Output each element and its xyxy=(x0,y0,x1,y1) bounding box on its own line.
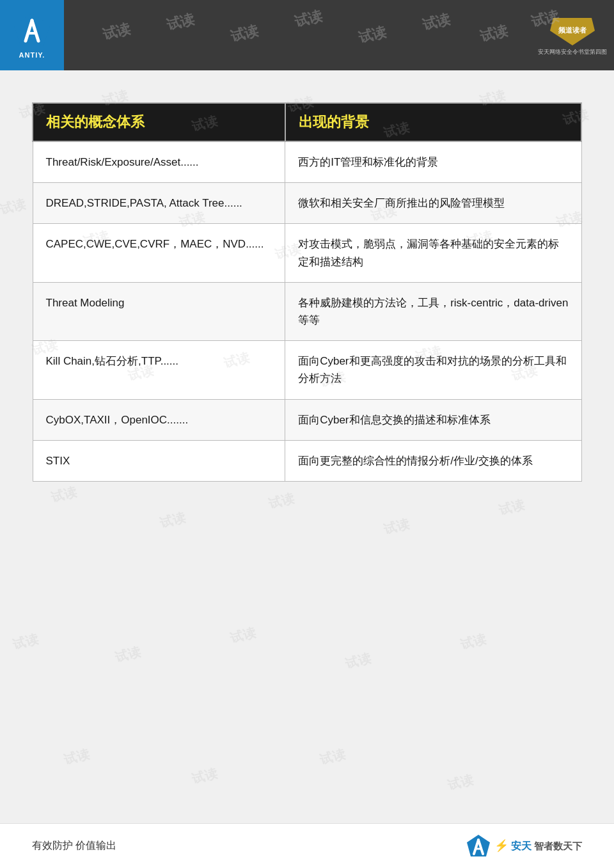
footer-logo-subtext: 智者数天下 xyxy=(534,840,582,853)
table-row: Kill Chain,钻石分析,TTP......面向Cyber和更高强度的攻击… xyxy=(33,341,581,399)
table-cell-left: DREAD,STRIDE,PASTA, Attack Tree...... xyxy=(33,183,285,224)
bwm-34: 试读 xyxy=(446,771,475,794)
bwm-28: 试读 xyxy=(228,624,258,647)
table-cell-right: 面向Cyber和信息交换的描述和标准体系 xyxy=(285,399,581,440)
bwm-22: 试读 xyxy=(158,509,187,532)
header-right-logo: 频道读者 安天网络安全令书堂第四图 xyxy=(531,0,614,70)
table-cell-left: Threat Modeling xyxy=(33,282,285,340)
bwm-33: 试读 xyxy=(318,745,347,768)
bwm-27: 试读 xyxy=(113,643,143,666)
footer-logo-text: ⚡ 安天 xyxy=(494,839,531,853)
footer-tagline: 有效防护 价值输出 xyxy=(32,839,116,853)
header-wm-7: 试读 xyxy=(478,21,510,47)
antiy-logo-icon xyxy=(13,12,51,50)
header-wm-6: 试读 xyxy=(420,10,452,35)
bwm-32: 试读 xyxy=(190,764,219,787)
table-cell-right: 西方的IT管理和标准化的背景 xyxy=(285,141,581,183)
bwm-30: 试读 xyxy=(459,630,488,653)
table-cell-left: Threat/Risk/Exposure/Asset...... xyxy=(33,141,285,183)
bwm-24: 试读 xyxy=(382,515,411,538)
table-cell-right: 面向更完整的综合性的情报分析/作业/交换的体系 xyxy=(285,440,581,481)
header: ANTIY. 试读 试读 试读 试读 试读 试读 试读 试读 频道读者 安天网络… xyxy=(0,0,614,70)
table-cell-left: STIX xyxy=(33,440,285,481)
header-wm-1: 试读 xyxy=(100,19,132,45)
table-row: Threat/Risk/Exposure/Asset......西方的IT管理和… xyxy=(33,141,581,183)
table-row: CybOX,TAXII，OpenIOC.......面向Cyber和信息交换的描… xyxy=(33,399,581,440)
header-right-logo-svg: 频道读者 xyxy=(547,15,598,47)
svg-text:频道读者: 频道读者 xyxy=(558,26,587,34)
header-wm-4: 试读 xyxy=(292,6,324,32)
table-cell-right: 对攻击模式，脆弱点，漏洞等各种基础的安全元素的标定和描述结构 xyxy=(285,224,581,282)
svg-marker-6 xyxy=(467,835,490,856)
main-table: 相关的概念体系 出现的背景 Threat/Risk/Exposure/Asset… xyxy=(32,102,582,482)
footer-logo-label: 安天 xyxy=(511,840,531,851)
svg-marker-0 xyxy=(14,13,50,46)
bwm-26: 试读 xyxy=(11,630,40,653)
header-wm-2: 试读 xyxy=(164,10,196,35)
bwm-31: 试读 xyxy=(62,745,91,768)
table-cell-right: 各种威胁建模的方法论，工具，risk-centric，data-driven等等 xyxy=(285,282,581,340)
table-cell-right: 微软和相关安全厂商所推出的风险管理模型 xyxy=(285,183,581,224)
table-cell-right: 面向Cyber和更高强度的攻击和对抗的场景的分析工具和分析方法 xyxy=(285,341,581,399)
table-cell-left: CybOX,TAXII，OpenIOC....... xyxy=(33,399,285,440)
footer-brand-icon: ⚡ xyxy=(494,839,508,852)
table-row: CAPEC,CWE,CVE,CVRF，MAEC，NVD......对攻击模式，脆… xyxy=(33,224,581,282)
footer-logo: ⚡ 安天 智者数天下 xyxy=(466,833,582,859)
bwm-29: 试读 xyxy=(343,649,373,672)
logo-text: ANTIY. xyxy=(19,51,45,59)
table-row: STIX面向更完整的综合性的情报分析/作业/交换的体系 xyxy=(33,440,581,481)
col2-header: 出现的背景 xyxy=(285,103,581,141)
header-watermark-area: 试读 试读 试读 试读 试读 试读 试读 试读 xyxy=(64,0,531,70)
footer-logo-icon xyxy=(466,833,491,859)
footer: 有效防护 价值输出 ⚡ 安天 智者数天下 xyxy=(0,823,614,868)
logo-block: ANTIY. xyxy=(0,0,64,70)
header-wm-3: 试读 xyxy=(228,21,260,47)
col1-header: 相关的概念体系 xyxy=(33,103,285,141)
table-cell-left: CAPEC,CWE,CVE,CVRF，MAEC，NVD...... xyxy=(33,224,285,282)
table-row: DREAD,STRIDE,PASTA, Attack Tree......微软和… xyxy=(33,183,581,224)
table-row: Threat Modeling各种威胁建模的方法论，工具，risk-centri… xyxy=(33,282,581,340)
header-right-logo-sub: 安天网络安全令书堂第四图 xyxy=(538,48,607,56)
header-wm-5: 试读 xyxy=(356,22,388,48)
table-cell-left: Kill Chain,钻石分析,TTP...... xyxy=(33,341,285,399)
main-content: 相关的概念体系 出现的背景 Threat/Risk/Exposure/Asset… xyxy=(0,70,614,507)
